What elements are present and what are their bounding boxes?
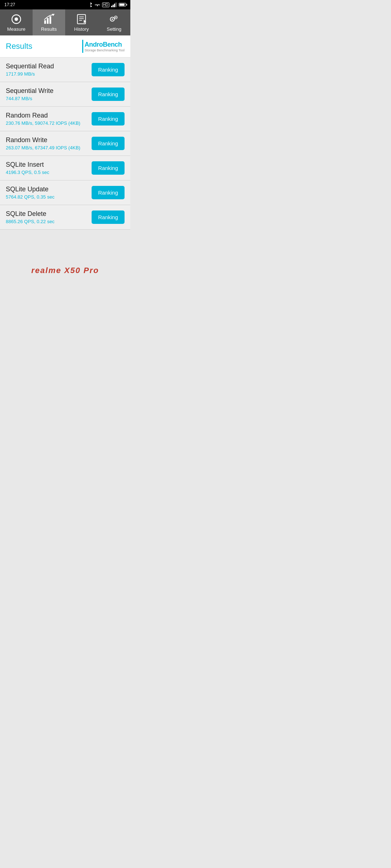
result-sqlite-insert-value: 4196.3 QPS, 0.5 sec [6, 170, 49, 175]
logo-subtitle: Storage Benchmarking Tool [85, 48, 125, 52]
setting-icon [108, 13, 120, 25]
result-random-write-value: 263.07 MB/s, 67347.49 IOPS (4KB) [6, 145, 80, 150]
result-sqlite-insert-name: SQLite Insert [6, 161, 49, 169]
svg-rect-0 [111, 6, 112, 7]
device-name: realme X50 Pro [31, 266, 99, 275]
result-sequential-read: Sequential Read 1717.99 MB/s Ranking [0, 58, 130, 82]
result-sequential-read-info: Sequential Read 1717.99 MB/s [6, 63, 54, 77]
wifi-icon [94, 3, 100, 7]
result-sqlite-insert: SQLite Insert 4196.3 QPS, 0.5 sec Rankin… [0, 156, 130, 180]
ranking-button-random-write[interactable]: Ranking [92, 137, 125, 150]
svg-rect-1 [113, 5, 114, 7]
hd-badge: HD [102, 3, 109, 7]
status-icons: HD [88, 2, 126, 7]
logo-bench: Bench [103, 41, 122, 48]
svg-rect-8 [50, 16, 51, 24]
history-icon [76, 13, 87, 25]
logo-andro: Andro [85, 41, 103, 48]
result-random-write-info: Random Write 263.07 MB/s, 67347.49 IOPS … [6, 136, 80, 150]
ranking-button-sequential-write[interactable]: Ranking [92, 88, 125, 101]
tab-results[interactable]: Results [33, 9, 65, 35]
measure-icon [10, 13, 22, 25]
result-sqlite-delete-info: SQLite Delete 8865.26 QPS, 0.22 sec [6, 210, 54, 224]
result-sequential-read-name: Sequential Read [6, 63, 54, 70]
page-title: Results [6, 42, 32, 51]
result-random-write-name: Random Write [6, 136, 80, 144]
svg-point-17 [112, 18, 113, 20]
result-random-write: Random Write 263.07 MB/s, 67347.49 IOPS … [0, 131, 130, 156]
ranking-button-sqlite-delete[interactable]: Ranking [92, 210, 125, 224]
ranking-button-sequential-read[interactable]: Ranking [92, 63, 125, 76]
bluetooth-icon [88, 2, 93, 7]
logo-bar [82, 40, 83, 53]
result-sequential-write-value: 744.87 MB/s [6, 96, 54, 101]
app-logo: AndroBench Storage Benchmarking Tool [82, 40, 125, 53]
svg-rect-3 [115, 3, 117, 7]
result-random-read: Random Read 230.76 MB/s, 59074.72 IOPS (… [0, 107, 130, 131]
result-random-read-info: Random Read 230.76 MB/s, 59074.72 IOPS (… [6, 112, 80, 126]
battery-icon [119, 3, 126, 7]
device-footer: realme X50 Pro [0, 259, 130, 281]
logo-name: AndroBench [85, 41, 125, 48]
result-random-read-value: 230.76 MB/s, 59074.72 IOPS (4KB) [6, 120, 80, 126]
svg-point-18 [115, 17, 116, 18]
svg-rect-2 [114, 4, 115, 7]
result-sequential-write-name: Sequential Write [6, 87, 54, 95]
tab-setting[interactable]: Setting [98, 9, 130, 35]
status-time: 17:27 [4, 2, 15, 7]
result-sqlite-insert-info: SQLite Insert 4196.3 QPS, 0.5 sec [6, 161, 49, 175]
result-sqlite-update-value: 5764.82 QPS, 0.35 sec [6, 194, 54, 200]
results-icon [43, 13, 55, 25]
result-sequential-read-value: 1717.99 MB/s [6, 71, 54, 77]
tab-setting-label: Setting [107, 26, 121, 32]
svg-rect-7 [47, 18, 49, 24]
result-sqlite-update-name: SQLite Update [6, 186, 54, 193]
page-header: Results AndroBench Storage Benchmarking … [0, 35, 130, 58]
result-sqlite-update: SQLite Update 5764.82 QPS, 0.35 sec Rank… [0, 180, 130, 205]
result-sequential-write-info: Sequential Write 744.87 MB/s [6, 87, 54, 101]
ranking-button-random-read[interactable]: Ranking [92, 112, 125, 125]
tab-results-label: Results [41, 26, 56, 32]
signal-icon [111, 3, 117, 7]
ranking-button-sqlite-update[interactable]: Ranking [92, 186, 125, 199]
tab-measure-label: Measure [7, 26, 26, 32]
result-sqlite-update-info: SQLite Update 5764.82 QPS, 0.35 sec [6, 186, 54, 200]
result-sqlite-delete: SQLite Delete 8865.26 QPS, 0.22 sec Rank… [0, 205, 130, 230]
tab-history[interactable]: History [65, 9, 98, 35]
svg-rect-6 [44, 20, 46, 24]
logo-text: AndroBench Storage Benchmarking Tool [85, 41, 125, 52]
svg-point-5 [14, 17, 18, 21]
tab-measure[interactable]: Measure [0, 9, 33, 35]
result-random-read-name: Random Read [6, 112, 80, 119]
result-sequential-write: Sequential Write 744.87 MB/s Ranking [0, 82, 130, 107]
result-sqlite-delete-name: SQLite Delete [6, 210, 54, 218]
results-list: Sequential Read 1717.99 MB/s Ranking Seq… [0, 58, 130, 230]
result-sqlite-delete-value: 8865.26 QPS, 0.22 sec [6, 219, 54, 224]
content-spacer [0, 230, 130, 259]
tab-history-label: History [74, 26, 89, 32]
status-bar: 17:27 HD [0, 0, 130, 9]
ranking-button-sqlite-insert[interactable]: Ranking [92, 161, 125, 175]
nav-tabs: Measure Results History Settin [0, 9, 130, 35]
